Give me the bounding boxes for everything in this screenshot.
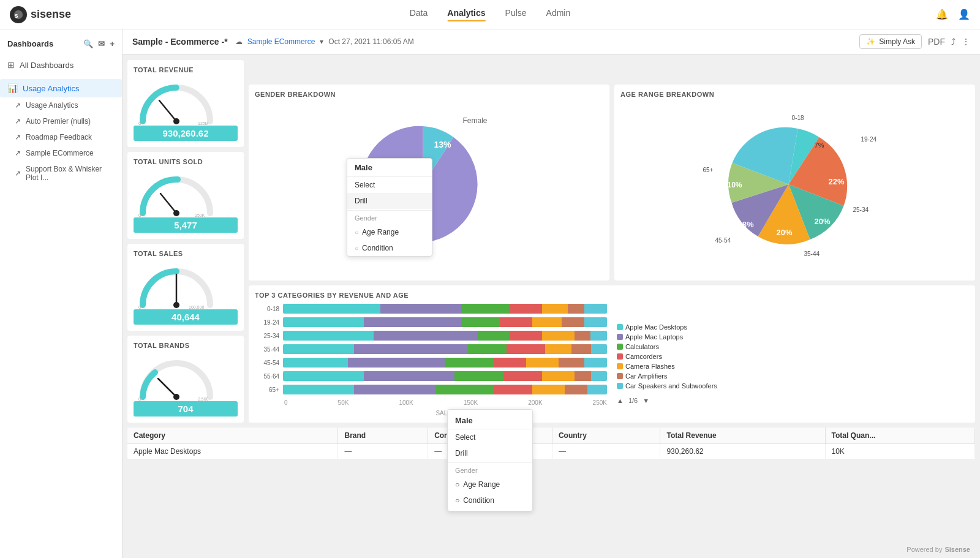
seg6 — [575, 331, 590, 341]
condition-label: Condition — [463, 496, 494, 505]
svg-line-90 — [159, 100, 176, 121]
seg6 — [571, 344, 591, 354]
user-icon[interactable]: 👤 — [958, 9, 970, 20]
content-spacer: TOTAL REVENUE 0 125M 930,260.62 TOTAL UN — [123, 29, 980, 558]
radio2: ○ — [355, 245, 358, 252]
seg5 — [542, 304, 568, 314]
table-row: Apple Mac Desktops — — — 930,260.62 10K — [127, 444, 975, 459]
context-menu-condition[interactable]: ○ Condition — [448, 492, 532, 508]
context-menu-drill[interactable]: Drill — [448, 445, 532, 461]
logo-text: sisense — [31, 8, 71, 21]
bar-label-0-18: 0-18 — [255, 306, 279, 312]
kpi-units-title: TOTAL UNITS SOLD — [134, 158, 238, 165]
ctx-select[interactable]: Select — [347, 177, 432, 193]
seg7 — [584, 317, 607, 327]
svg-text:2,500: 2,500 — [198, 397, 209, 401]
table-header-row: Category Brand Condition Country Total R… — [127, 428, 975, 444]
ctx-header: Male — [347, 159, 432, 177]
seg4 — [494, 358, 526, 368]
header-spacer — [123, 29, 980, 55]
seg4 — [503, 371, 542, 381]
context-menu-select[interactable]: Select — [448, 429, 532, 445]
legend-apple-laptops: Apple Mac Laptops — [617, 333, 969, 341]
seg2 — [364, 371, 454, 381]
bar-25-34-bar — [283, 331, 607, 341]
legend-camera-flashes: Camera Flashes — [617, 363, 969, 370]
seg2 — [348, 358, 445, 368]
gender-widget-inner: GENDER BREAKDOWN 13% 87% Female Male Mal… — [249, 85, 609, 281]
next-arrow[interactable]: ▼ — [643, 397, 649, 404]
svg-text:45-54: 45-54 — [715, 237, 731, 244]
seg6 — [568, 304, 584, 314]
seg1 — [283, 358, 348, 368]
top-nav: s sisense Data Analytics Pulse Admin 🔔 👤 — [0, 0, 980, 29]
sidebar-spacer — [0, 29, 123, 558]
ctx-cond-label: Condition — [362, 244, 393, 252]
ctx-drill[interactable]: Drill — [347, 193, 432, 209]
nav-data[interactable]: Data — [410, 8, 428, 21]
ld3 — [617, 344, 623, 350]
ctx-age-label: Age Range — [362, 228, 399, 236]
bar-19-24: 19-24 — [255, 317, 607, 327]
ld6 — [617, 373, 623, 379]
notification-icon[interactable]: 🔔 — [936, 9, 948, 20]
seg6 — [565, 385, 587, 394]
ctx-sublabel: Gender — [347, 212, 432, 224]
seg5 — [526, 358, 559, 368]
ld5 — [617, 363, 623, 369]
context-menu: Male Select Drill Gender ○ Age Range ○ — [447, 409, 533, 511]
table-body: Apple Mac Desktops — — — 930,260.62 10K — [127, 444, 975, 459]
prev-arrow[interactable]: ▲ — [617, 397, 624, 404]
ctx-age-range[interactable]: ○ Age Range — [347, 224, 432, 240]
top3-inner: TOP 3 CATEGORIES BY REVENUE AND AGE 0-18 — [255, 292, 969, 417]
kpi-brands: TOTAL BRANDS 0 2,500 704 — [127, 336, 244, 423]
svg-text:0: 0 — [138, 396, 141, 402]
nav-analytics[interactable]: Analytics — [447, 8, 485, 21]
kpi-units: TOTAL UNITS SOLD 0 250K 5,477 — [127, 152, 244, 239]
powered-by-text: Powered by — [907, 546, 942, 553]
tick-150k: 150K — [464, 399, 478, 406]
bar-label-55-64: 55-64 — [255, 373, 279, 380]
nav-admin[interactable]: Admin — [546, 8, 571, 21]
svg-text:0: 0 — [138, 213, 141, 218]
ll6: Car Amplifiers — [625, 372, 667, 380]
kpi-sales-val: 40,644 — [134, 309, 238, 325]
svg-text:0: 0 — [138, 304, 141, 310]
bar-label-45-54: 45-54 — [255, 360, 279, 366]
svg-text:20%: 20% — [776, 228, 792, 237]
seg3 — [468, 344, 507, 354]
bar-35-44-bar — [283, 344, 607, 354]
page-info: 1/6 — [628, 397, 638, 404]
legend-car-speakers: Car Speakers and Subwoofers — [617, 382, 969, 390]
svg-line-102 — [158, 379, 176, 397]
context-menu-age-range[interactable]: ○ Age Range — [448, 477, 532, 492]
seg1 — [283, 331, 374, 341]
td-brand: — — [338, 444, 428, 459]
th-total-quan: Total Quan... — [825, 428, 974, 444]
nav-pulse[interactable]: Pulse — [505, 8, 527, 21]
seg2 — [354, 385, 435, 394]
seg3 — [454, 371, 503, 381]
seg2 — [354, 344, 467, 354]
age-title-inner: AGE RANGE BREAKDOWN — [620, 91, 969, 98]
ll3: Calculators — [625, 343, 659, 350]
kpi-rev-val: 930,260.62 — [134, 126, 238, 141]
kpi-col-inner: TOTAL REVENUE 0 125M 930,260.62 TOTAL UN — [127, 60, 244, 423]
td-category: Apple Mac Desktops — [127, 444, 338, 459]
context-menu-sub-gender: Gender — [448, 464, 532, 477]
bar-label-65: 65+ — [255, 386, 279, 393]
context-menu-divider — [448, 462, 532, 463]
tick-200k: 200K — [528, 399, 542, 406]
scroll-content: TOTAL REVENUE 0 125M 930,260.62 TOTAL UN — [123, 55, 980, 558]
seg5 — [532, 385, 565, 394]
ctx-condition[interactable]: ○ Condition — [347, 240, 432, 256]
td-country: — — [552, 444, 660, 459]
seg6 — [559, 358, 584, 368]
th-category: Category — [127, 428, 338, 444]
stacked-bars: 0-18 — [255, 304, 607, 417]
seg7 — [584, 304, 607, 314]
svg-text:13%: 13% — [434, 140, 451, 149]
radio1: ○ — [355, 229, 358, 236]
svg-text:19-24: 19-24 — [861, 136, 877, 143]
bar-65: 65+ — [255, 385, 607, 394]
